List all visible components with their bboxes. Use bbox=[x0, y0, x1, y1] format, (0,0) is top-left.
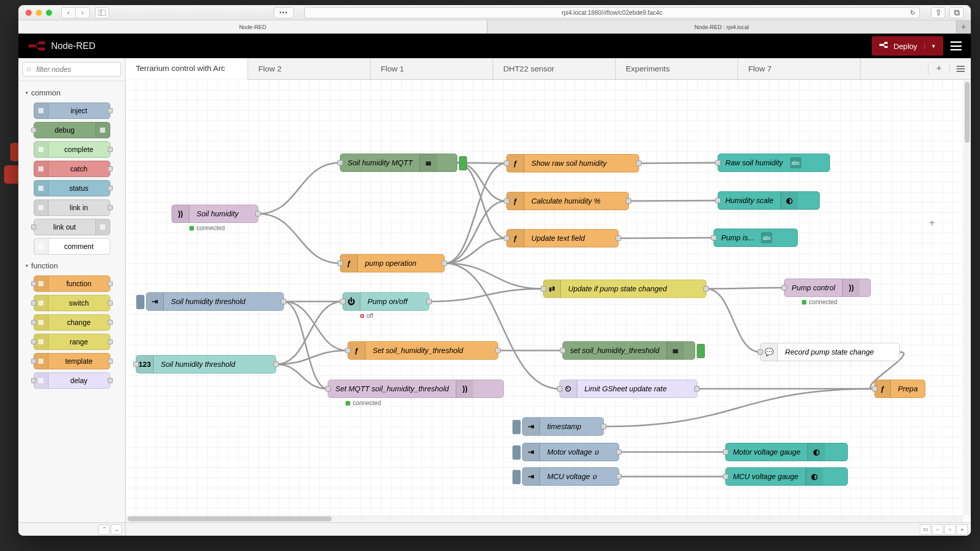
palette-node-catch[interactable]: catch bbox=[34, 161, 110, 177]
palette-node-debug[interactable]: debug bbox=[34, 122, 110, 138]
app-header: Node-RED Deploy ▼ bbox=[18, 34, 971, 58]
browser-titlebar: ‹ › ••• rpi4.local:1880/#flow/c02ebde9.f… bbox=[18, 5, 971, 20]
view-navigator-button[interactable]: ▭ bbox=[920, 524, 931, 535]
node-mcu_v[interactable]: ⇥MCU voltage ʋ bbox=[522, 467, 619, 486]
node-update_pump_state[interactable]: ⇄Update if pump state changed bbox=[543, 280, 706, 298]
node-set_mqtt_thresh[interactable]: Set MQTT soil_humidity_threshold))connec… bbox=[328, 380, 504, 398]
palette-category-function[interactable]: function bbox=[18, 256, 125, 274]
palette-node-inject[interactable]: inject bbox=[34, 103, 110, 119]
palette-node-function[interactable]: function bbox=[34, 276, 110, 292]
node-prepa[interactable]: ƒPrepa bbox=[874, 380, 925, 398]
node-limit_gsheet[interactable]: ⏲Limit GSheet update rate bbox=[559, 380, 697, 398]
node-sh_thresh_num[interactable]: 123Soil humidity threshold bbox=[136, 355, 276, 373]
sidebar-toggle[interactable] bbox=[95, 7, 109, 18]
svg-rect-7 bbox=[38, 147, 43, 152]
node-raw_hum[interactable]: Raw soil humidityabc bbox=[718, 154, 830, 172]
palette-list[interactable]: commoninjectdebugcompletecatchstatuslink… bbox=[18, 81, 125, 522]
deploy-button[interactable]: Deploy ▼ bbox=[872, 36, 943, 56]
extensions-button[interactable]: ••• bbox=[274, 7, 294, 18]
browser-tabs: Node-RED Node-RED : rpi4.local + bbox=[18, 20, 971, 34]
node-motor_gauge[interactable]: Motor voltage gauge◐ bbox=[725, 443, 848, 461]
flow-tab-2[interactable]: Flow 1 bbox=[371, 58, 493, 79]
svg-rect-12 bbox=[38, 244, 43, 249]
node-timestamp[interactable]: ⇥timestamp bbox=[522, 417, 604, 436]
node-show_raw[interactable]: ƒShow raw soil humidity bbox=[506, 154, 639, 172]
svg-rect-3 bbox=[885, 42, 888, 44]
tabs-button[interactable]: ⧉ bbox=[949, 7, 964, 18]
svg-rect-0 bbox=[99, 10, 106, 16]
add-flow-button[interactable]: + bbox=[928, 63, 949, 74]
browser-tab-1[interactable]: Node-RED bbox=[18, 20, 487, 33]
svg-rect-13 bbox=[38, 281, 43, 286]
main-menu-button[interactable] bbox=[950, 41, 962, 51]
node-mcu_gauge[interactable]: MCU voltage gauge◐ bbox=[725, 467, 848, 486]
node-soil_mqtt[interactable]: Soil humidity MQTT≣ bbox=[340, 154, 457, 172]
svg-rect-10 bbox=[38, 205, 43, 210]
close-window[interactable] bbox=[26, 10, 32, 16]
canvas-hscroll[interactable] bbox=[126, 515, 964, 522]
canvas-vscroll[interactable] bbox=[964, 80, 971, 515]
url-bar[interactable]: rpi4.local:1880/#flow/c02ebde9.fac4c ↻ bbox=[304, 7, 920, 18]
svg-rect-9 bbox=[38, 186, 43, 191]
palette-node-delay[interactable]: delay bbox=[34, 372, 110, 389]
workspace: Terrarium control with ArcFlow 2Flow 1DH… bbox=[126, 58, 971, 536]
workspace-footer: ▭ − ○ + bbox=[126, 522, 971, 536]
node-calc_hum[interactable]: ƒCalculate humidity % bbox=[506, 192, 629, 210]
share-button[interactable]: ⇪ bbox=[931, 7, 945, 18]
palette-node-range[interactable]: range bbox=[34, 334, 110, 350]
back-button[interactable]: ‹ bbox=[61, 7, 76, 18]
app-body: commoninjectdebugcompletecatchstatuslink… bbox=[18, 58, 971, 536]
palette-node-link-out[interactable]: link out bbox=[34, 219, 110, 235]
palette-node-status[interactable]: status bbox=[34, 180, 110, 196]
browser-tab-2[interactable]: Node-RED : rpi4.local bbox=[487, 20, 957, 33]
traffic-lights bbox=[26, 10, 52, 16]
palette-node-template[interactable]: template bbox=[34, 353, 110, 369]
node-hum_scale[interactable]: Humidity scale◐ bbox=[718, 191, 820, 210]
flow-tab-0[interactable]: Terrarium control with Arc bbox=[126, 58, 248, 80]
flow-tabs: Terrarium control with ArcFlow 2Flow 1DH… bbox=[126, 58, 971, 80]
node-record_pump[interactable]: 💬Record pump state change bbox=[760, 343, 900, 361]
filter-nodes-input[interactable] bbox=[22, 62, 121, 77]
node-motor_v[interactable]: ⇥Motor voltage ʋ bbox=[522, 443, 619, 461]
minimize-window[interactable] bbox=[36, 10, 42, 16]
zoom-out-button[interactable]: − bbox=[932, 524, 943, 535]
deploy-icon bbox=[879, 41, 888, 51]
svg-rect-8 bbox=[38, 166, 43, 171]
reload-icon[interactable]: ↻ bbox=[910, 9, 915, 16]
palette-category-common[interactable]: common bbox=[18, 83, 125, 101]
node-pump_control[interactable]: Pump control))connected bbox=[784, 279, 871, 297]
canvas-area[interactable]: ))Soil humidityconnectedSoil humidity MQ… bbox=[126, 80, 971, 522]
node-set_sh_thresh[interactable]: ƒSet soil_humidity_threshold bbox=[348, 341, 498, 360]
maximize-window[interactable] bbox=[46, 10, 52, 16]
deploy-label: Deploy bbox=[893, 42, 917, 51]
zoom-reset-button[interactable]: ○ bbox=[944, 524, 955, 535]
flow-tab-1[interactable]: Flow 2 bbox=[248, 58, 371, 79]
flow-tab-3[interactable]: DHT22 sensor bbox=[493, 58, 616, 79]
node-red-logo-icon bbox=[28, 40, 46, 52]
node-pump_op[interactable]: ƒpump operation bbox=[340, 254, 445, 272]
node-pump_onoff[interactable]: ⏻Pump on/offoff bbox=[342, 292, 429, 311]
palette-node-link-in[interactable]: link in bbox=[34, 199, 110, 216]
flow-list-button[interactable] bbox=[949, 65, 971, 72]
flow-tab-5[interactable]: Flow 7 bbox=[738, 58, 861, 79]
palette-expand-button[interactable]: ⌄ bbox=[111, 524, 122, 535]
flow-tab-4[interactable]: Experiments bbox=[616, 58, 738, 79]
palette-node-change[interactable]: change bbox=[34, 314, 110, 331]
node-soil_humidity[interactable]: ))Soil humidityconnected bbox=[172, 205, 258, 223]
new-tab-button[interactable]: + bbox=[957, 20, 971, 33]
zoom-in-button[interactable]: + bbox=[957, 524, 968, 535]
flow-canvas[interactable]: ))Soil humidityconnectedSoil humidity MQ… bbox=[126, 80, 971, 522]
node-set_sh_debug[interactable]: set soil_humidity_threshold≣ bbox=[562, 341, 695, 360]
app-title: Node-RED bbox=[51, 41, 95, 52]
deploy-caret-icon[interactable]: ▼ bbox=[924, 43, 936, 49]
forward-button[interactable]: › bbox=[76, 7, 90, 18]
cursor-add-icon: + bbox=[929, 217, 935, 229]
node-pump_is[interactable]: Pump is...abc bbox=[714, 229, 798, 247]
palette-node-comment[interactable]: comment bbox=[34, 238, 110, 255]
palette-collapse-button[interactable]: ⌃ bbox=[99, 524, 110, 535]
palette-node-switch[interactable]: switch bbox=[34, 295, 110, 311]
svg-rect-16 bbox=[38, 339, 43, 344]
node-sh_thresh_inject[interactable]: ⇥Soil humidity threshold bbox=[146, 292, 284, 311]
palette-node-complete[interactable]: complete bbox=[34, 141, 110, 158]
node-update_text[interactable]: ƒUpdate text field bbox=[506, 229, 619, 247]
